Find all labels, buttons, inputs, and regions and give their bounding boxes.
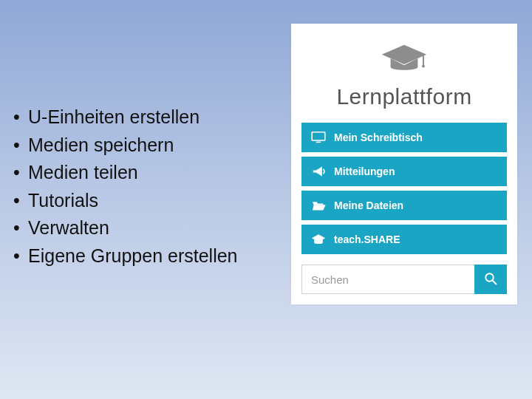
svg-rect-4 (316, 142, 321, 143)
graduation-cap-icon (310, 233, 327, 246)
graduation-cap-icon (379, 43, 429, 80)
folder-open-icon (310, 199, 327, 212)
feature-bullet-list: U-Einheiten erstellen Medien speichern M… (13, 103, 279, 270)
menu-item-label: Meine Dateien (334, 200, 403, 211)
list-item-text: Eigene Gruppen erstellen (28, 245, 238, 266)
menu-item-label: teach.SHARE (334, 233, 400, 245)
menu-item-dateien[interactable]: Meine Dateien (301, 191, 507, 220)
lernplattform-panel: Lernplattform Mein Schreibtisch Mitteilu… (291, 24, 517, 304)
search-button[interactable] (474, 265, 507, 294)
panel-header: Lernplattform (291, 24, 517, 123)
menu-item-label: Mein Schreibtisch (334, 132, 423, 143)
list-item: Eigene Gruppen erstellen (13, 242, 279, 270)
panel-menu: Mein Schreibtisch Mitteilungen Meine Dat… (291, 123, 517, 254)
list-item-text: Verwalten (28, 217, 109, 238)
menu-item-schreibtisch[interactable]: Mein Schreibtisch (301, 123, 507, 152)
svg-marker-5 (312, 234, 325, 242)
list-item-text: U-Einheiten erstellen (28, 106, 200, 127)
search-icon (484, 272, 497, 287)
list-item: Tutorials (13, 187, 279, 215)
desktop-icon (310, 131, 327, 144)
svg-rect-1 (423, 55, 424, 65)
search-input[interactable] (301, 265, 474, 294)
search-row (291, 259, 517, 294)
list-item: Verwalten (13, 214, 279, 242)
slide: U-Einheiten erstellen Medien speichern M… (0, 0, 532, 399)
svg-point-2 (422, 65, 425, 68)
menu-item-label: Mitteilungen (334, 166, 395, 177)
svg-rect-3 (312, 132, 325, 140)
panel-title: Lernplattform (299, 84, 510, 109)
svg-marker-0 (382, 45, 426, 64)
list-item-text: Medien speichern (28, 134, 174, 155)
list-item: Medien speichern (13, 132, 279, 160)
list-item: U-Einheiten erstellen (13, 103, 279, 132)
list-item-text: Medien teilen (28, 162, 138, 183)
menu-item-teachshare[interactable]: teach.SHARE (301, 225, 507, 254)
menu-item-mitteilungen[interactable]: Mitteilungen (301, 157, 507, 186)
svg-line-7 (492, 280, 496, 284)
list-item-text: Tutorials (28, 190, 98, 211)
list-item: Medien teilen (13, 159, 279, 187)
bullhorn-icon (310, 165, 327, 178)
